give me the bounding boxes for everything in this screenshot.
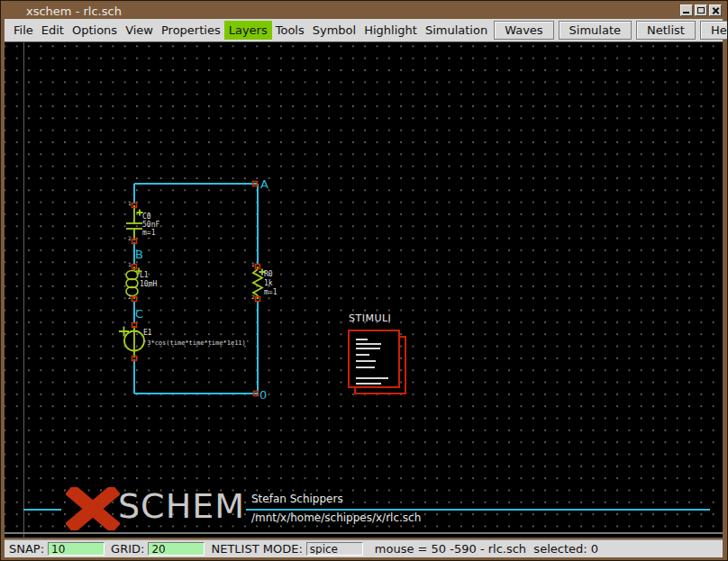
net-label-gnd[interactable]: 0 — [259, 389, 267, 401]
pin-number: 2 — [128, 236, 132, 241]
capacitor-name[interactable]: C0 — [142, 213, 151, 221]
netlist-mode-input[interactable]: spice — [306, 542, 363, 556]
maximize-icon — [697, 7, 705, 14]
statusbar: SNAP: 10 GRID: 20 NETLIST MODE: spice mo… — [5, 539, 723, 557]
underline-left — [23, 509, 61, 511]
menubar: File Edit Options View Properties Layers… — [5, 19, 723, 42]
menu-symbol[interactable]: Symbol — [311, 21, 358, 40]
net-label-C[interactable]: C — [135, 308, 143, 320]
mouse-status: mouse = 50 -590 - rlc.sch selected: 0 — [375, 542, 598, 556]
schematic-canvas[interactable]: A B C 0 C0 50nF m=1 L1 10mH E1 '3*cos(ti… — [5, 42, 723, 538]
menu-edit[interactable]: Edit — [40, 21, 66, 40]
capacitor-mult[interactable]: m=1 — [142, 230, 155, 237]
pin-number: 1 — [251, 262, 255, 267]
netlist-button[interactable]: Netlist — [636, 21, 696, 40]
pin-number: 1 — [128, 201, 132, 206]
menu-options[interactable]: Options — [70, 21, 119, 40]
netlist-mode-label: NETLIST MODE: — [211, 542, 302, 556]
menu-simulation[interactable]: Simulation — [423, 21, 489, 40]
waves-button[interactable]: Waves — [494, 21, 553, 40]
resistor-value[interactable]: 1k — [264, 280, 273, 287]
grid-label: GRID: — [111, 542, 144, 556]
xschem-window: xschem - rlc.sch File Edit Options View … — [0, 0, 728, 561]
menu-layers[interactable]: Layers — [224, 21, 272, 40]
menu-properties[interactable]: Properties — [159, 21, 223, 40]
author-text: Stefan Schippers — [251, 493, 343, 505]
stimuli-symbol[interactable] — [348, 330, 400, 388]
vsource-value[interactable]: '3*cos(time*time*time*1e11)' — [143, 339, 250, 347]
capacitor-value[interactable]: 50nF — [142, 222, 159, 229]
vsource-name[interactable]: E1 — [143, 330, 152, 337]
menu-view[interactable]: View — [123, 21, 155, 40]
minimize-button[interactable] — [680, 5, 693, 16]
wires[interactable] — [134, 184, 258, 394]
vsource-symbol[interactable] — [119, 326, 144, 357]
inductor-value[interactable]: 10mH — [140, 281, 157, 288]
snap-label: SNAP: — [9, 542, 44, 556]
simulate-button[interactable]: Simulate — [559, 21, 632, 40]
help-button[interactable]: Help — [700, 21, 728, 40]
window-controls — [680, 5, 722, 16]
stimuli-label[interactable]: STIMULI — [349, 312, 391, 324]
inductor-name[interactable]: L1 — [140, 272, 149, 279]
maximize-button[interactable] — [695, 5, 707, 16]
schematic-filepath: /mnt/x/home/schippes/x/rlc.sch — [251, 511, 421, 524]
underline-right — [246, 509, 710, 511]
menu-tools[interactable]: Tools — [274, 21, 306, 40]
pin-number: 2 — [251, 294, 255, 300]
window-title: xschem - rlc.sch — [26, 5, 122, 18]
close-button[interactable] — [709, 5, 722, 16]
minimize-icon — [683, 12, 689, 14]
pin-number: 1 — [128, 262, 132, 267]
menu-file[interactable]: File — [12, 21, 35, 40]
snap-input[interactable]: 10 — [48, 542, 105, 556]
grid-input[interactable]: 20 — [148, 542, 205, 556]
resistor-mult[interactable]: m=1 — [264, 289, 277, 296]
net-label-A[interactable]: A — [260, 178, 268, 190]
rlc-circuit — [5, 42, 723, 538]
xschem-logo-x-icon — [66, 487, 120, 530]
menu-highlight[interactable]: Highlight — [362, 21, 419, 40]
net-label-B[interactable]: B — [135, 249, 143, 260]
resistor-name[interactable]: R0 — [264, 271, 273, 278]
xschem-logo-text: SCHEM — [118, 489, 245, 523]
titlebar[interactable]: xschem - rlc.sch — [5, 4, 723, 19]
pin-number: 2 — [128, 294, 132, 300]
